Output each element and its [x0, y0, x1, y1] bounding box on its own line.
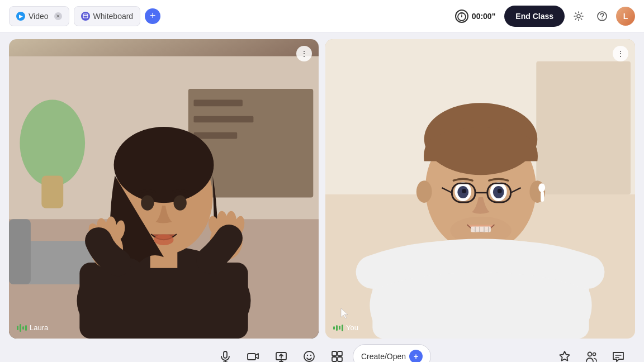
- svg-rect-49: [541, 192, 544, 202]
- share-screen-button[interactable]: [269, 344, 293, 362]
- topbar: ▶ Video ✕ Whiteboard + 00:00": [0, 0, 644, 32]
- tab-whiteboard-label: Whiteboard: [93, 12, 134, 21]
- tab-video-close[interactable]: ✕: [54, 12, 62, 20]
- you-audio-indicator: [333, 325, 343, 331]
- settings-button[interactable]: [569, 7, 588, 26]
- svg-rect-17: [41, 176, 63, 208]
- svg-point-73: [307, 355, 308, 356]
- svg-rect-19: [9, 219, 31, 284]
- laura-video-content: [9, 39, 319, 339]
- create-open-label: Create/Open: [361, 352, 406, 361]
- svg-rect-15: [193, 132, 237, 139]
- svg-point-54: [462, 189, 466, 193]
- end-class-button[interactable]: End Class: [504, 6, 565, 27]
- bottom-toolbar: Create/Open +: [0, 339, 644, 362]
- svg-rect-67: [224, 351, 227, 358]
- svg-point-79: [588, 353, 592, 356]
- participants-button[interactable]: [579, 344, 604, 362]
- you-name: You: [346, 323, 358, 332]
- plus-symbol: +: [414, 352, 418, 361]
- whiteboard-tab-icon: [81, 12, 90, 21]
- svg-point-9: [602, 18, 603, 20]
- mic-button[interactable]: [213, 344, 238, 362]
- you-participant-label: You: [333, 323, 358, 332]
- mic-icon: [219, 350, 231, 362]
- tab-video[interactable]: ▶ Video ✕: [9, 6, 69, 26]
- svg-rect-40: [536, 61, 631, 194]
- camera-icon: [247, 350, 259, 362]
- dots-icon: ⋮: [300, 49, 308, 58]
- svg-rect-0: [83, 14, 88, 18]
- svg-rect-76: [338, 351, 342, 356]
- svg-point-46: [416, 180, 432, 203]
- create-open-button[interactable]: Create/Open +: [353, 344, 431, 362]
- bottom-right-tools: [552, 344, 631, 362]
- svg-point-27: [154, 235, 174, 245]
- laura-video-menu[interactable]: ⋮: [296, 46, 312, 61]
- laura-audio-indicator: [17, 324, 27, 332]
- chat-button[interactable]: [606, 344, 631, 362]
- timer-icon: [455, 9, 468, 23]
- video-tab-icon: ▶: [16, 12, 25, 21]
- add-tab-button[interactable]: +: [145, 8, 160, 24]
- you-video-menu[interactable]: ⋮: [613, 46, 628, 61]
- svg-point-16: [20, 99, 85, 187]
- video-area: ⋮ Laura: [0, 32, 644, 339]
- svg-rect-13: [193, 99, 242, 106]
- video-panel-you: ⋮ You: [325, 39, 635, 339]
- svg-point-7: [577, 15, 580, 18]
- svg-point-6: [461, 16, 462, 17]
- video-panel-laura: ⋮ Laura: [9, 39, 319, 339]
- laura-name: Laura: [30, 323, 48, 332]
- dots-icon: ⋮: [617, 49, 624, 58]
- chat-icon: [612, 350, 624, 362]
- svg-point-74: [310, 355, 311, 356]
- avatar-button[interactable]: L: [616, 7, 635, 26]
- gear-icon: [573, 11, 584, 22]
- question-icon: [596, 11, 608, 22]
- star-button[interactable]: [552, 344, 577, 362]
- tab-whiteboard[interactable]: Whiteboard: [74, 6, 141, 26]
- svg-point-26: [173, 196, 186, 211]
- create-open-plus-icon: +: [409, 350, 423, 362]
- avatar-initials: L: [623, 12, 628, 21]
- svg-rect-75: [332, 351, 337, 356]
- svg-point-48: [538, 183, 545, 192]
- svg-rect-77: [332, 357, 337, 361]
- timer-display: 00:00": [472, 12, 495, 21]
- participants-icon: [585, 350, 598, 362]
- emoji-button[interactable]: [297, 344, 321, 362]
- svg-rect-21: [79, 263, 248, 339]
- emoji-icon: [303, 350, 315, 362]
- svg-rect-14: [193, 116, 253, 123]
- svg-rect-78: [338, 357, 342, 361]
- layout-button[interactable]: [325, 344, 349, 362]
- svg-point-80: [593, 353, 596, 356]
- camera-button[interactable]: [241, 344, 266, 362]
- laura-participant-label: Laura: [17, 323, 48, 332]
- svg-point-55: [498, 189, 502, 193]
- star-icon: [558, 350, 571, 362]
- svg-point-25: [141, 196, 154, 211]
- svg-point-24: [114, 127, 214, 203]
- tab-video-label: Video: [29, 12, 49, 21]
- timer-area: 00:00": [455, 9, 495, 23]
- you-video-content: [325, 39, 635, 339]
- layout-icon: [331, 350, 343, 362]
- add-tab-icon: +: [150, 10, 156, 22]
- svg-rect-70: [248, 354, 255, 360]
- help-button[interactable]: [593, 7, 612, 26]
- share-icon: [275, 350, 287, 362]
